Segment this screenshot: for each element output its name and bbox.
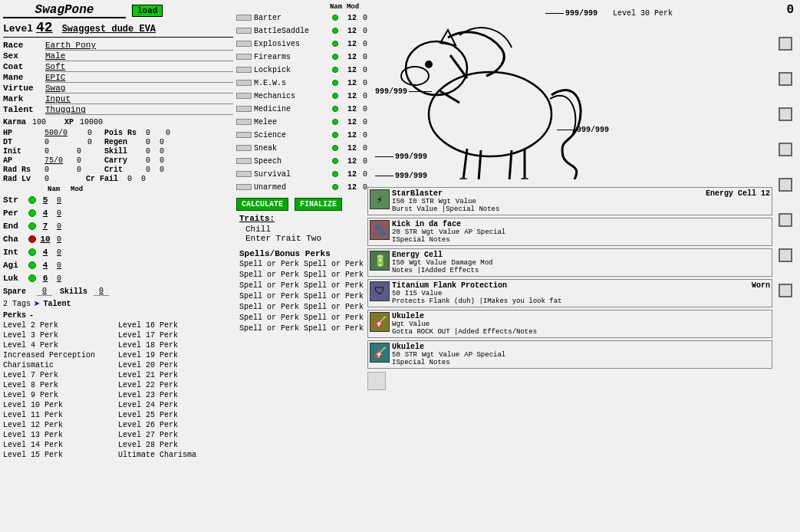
mane-label: Mane [3,73,45,83]
calculate-button[interactable]: CALCULATE [236,198,288,211]
spells-header: Spells/Bonus Perks [239,249,367,258]
skill-dot [332,145,338,151]
checkbox-7[interactable] [779,248,792,262]
char-name: SwagPone [3,3,126,18]
svg-point-6 [425,61,433,68]
spell-item: Spell or Perk [239,281,303,291]
skill-bar [236,41,252,47]
finalize-button[interactable]: FINALIZE [295,198,342,211]
checkbox-3[interactable] [779,107,792,121]
skill-row-mechanics: Mechanics120 [236,90,367,102]
dt-label: DT [3,138,41,146]
skill-mod: 0 [357,40,367,48]
crit-value: 0 [146,166,156,174]
skill-dot [332,80,338,86]
level-label: Level [3,23,33,34]
special-dot-str [28,196,36,204]
equip-ap-1: AP Special [464,228,505,236]
equip-val-2: Value [426,259,446,267]
equip-notes1-3: Protects Flank (duh) |IMakes you look fa… [392,297,770,305]
skill-row-sneak: Sneak120 [236,142,367,154]
skill-value: 12 [340,131,357,140]
special-row-per: Per40 [3,207,233,219]
race-label: Race [3,41,45,51]
special-val-end: 7 [38,222,52,231]
checkbox-4[interactable] [779,143,792,156]
skills-mod-header: Mod [344,3,361,11]
checkbox-6[interactable] [779,213,792,227]
skill-row-firearms: Firearms120 [236,51,367,63]
skill-mod: 0 [357,14,367,22]
equip-wgt-5: Wgt [422,351,434,359]
checkbox-5[interactable] [779,178,792,192]
special-row-agi: Agi40 [3,259,233,271]
special-mod-str: 0 [52,196,66,205]
talent-label: Talent [3,105,45,115]
special-dot-agi [28,261,36,269]
skills-nam-header: Nam [328,3,344,11]
cr-fail-value: 0 [127,175,138,183]
equip-notes1-4: Gotta ROCK OUT |Added Effects/Notes [392,328,770,336]
equipment-list: ⚡ StarBlaster Energy Cell 12 I50 I0STRWg… [367,187,772,369]
skills-list: Barter120BattleSaddle120Explosives120Fir… [236,11,367,193]
skill-dot [332,15,338,21]
skill-value: 12 [340,66,357,74]
equip-wgt-2: Wgt [409,259,421,267]
skill-name: BattleSaddle [254,27,331,35]
rad-rs-label: Rad Rs [3,166,41,174]
equip-notes1-5: ISpecial Notes [392,359,770,366]
special-row-cha: Cha100 [3,233,233,245]
perk-right-item: Level 21 Perk [118,371,233,381]
perk-right-item: Level 27 Perk [118,431,233,441]
special-row-luk: Luk60 [3,272,233,284]
skill-mod: 0 [357,53,367,61]
skill-value: 12 [340,92,357,100]
skill-bar [236,145,252,151]
traits-header: Traits: [239,214,367,223]
skill-row-science: Science120 [236,129,367,141]
skill-mod: 0 [357,144,367,153]
skills-label: Skills [60,287,89,296]
special-row-str: Str50 [3,194,233,206]
skill-bar [236,15,252,21]
skill-name: Explosives [254,40,331,48]
mane-value: EPIC [45,73,233,83]
equip-stat1-0: I50 I0 [392,198,416,205]
spell-item: Spell or Perk [304,271,367,281]
special-row-end: End70 [3,220,233,232]
top-counter: 0 [786,3,794,17]
checkbox-2[interactable] [779,72,792,86]
perk-right-item: Level 24 Perk [118,401,233,411]
perks-dash: - [29,311,34,320]
skill-bar [236,28,252,34]
char-title: Swaggest dude EVA [62,24,156,34]
carry-value: 0 [146,156,156,165]
special-name-str: Str [3,195,26,205]
spell-item: Spell or Perk [239,260,303,270]
perk-right-item: Level 18 Perk [118,341,233,351]
hp-value: 500/0 [44,129,74,137]
perk-left-item: Level 11 Perk [3,411,118,421]
checkbox-8[interactable] [779,284,792,297]
hp-label: HP [3,129,41,137]
special-dot-end [28,222,36,230]
skill-mod: 0 [357,118,367,126]
special-mod-per: 0 [52,209,66,218]
skill-dot [332,93,338,99]
special-dot-int [28,248,36,256]
special-mod-luk: 0 [52,274,66,283]
rad-lv-value: 0 [44,175,74,183]
equip-name-2: Energy Cell [392,251,443,259]
skill-bonus: 0 [160,147,170,156]
checkbox-1[interactable] [779,37,792,51]
skill-dot [332,158,338,164]
perk-left-item: Level 8 Perk [3,381,118,391]
skills-value: 0 [94,287,109,296]
equip-name-5: Ukulele [392,343,424,351]
load-button[interactable]: load [132,5,163,17]
skill-value: 12 [340,170,357,179]
equip-wgt-1: Wgt [422,228,434,236]
virtue-value: Swag [45,84,233,94]
special-mod-end: 0 [52,222,66,231]
skill-dot [332,119,338,125]
